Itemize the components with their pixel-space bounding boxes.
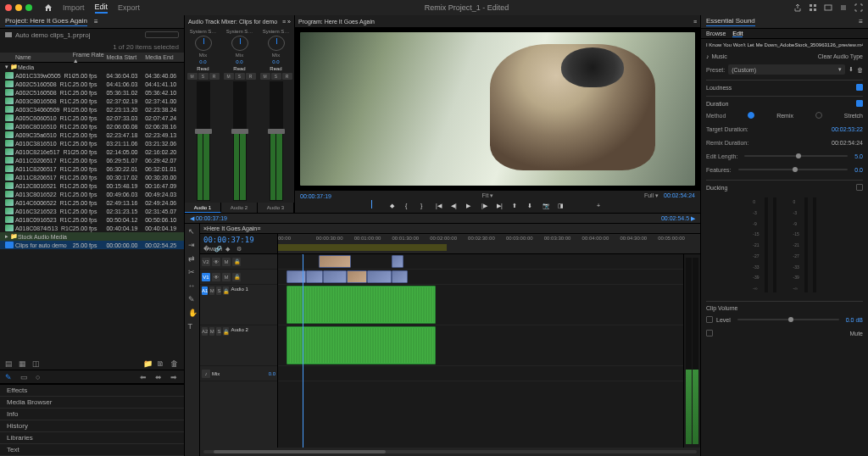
mark-in-icon[interactable]: { xyxy=(405,203,414,211)
track-head-v2[interactable]: V2👁M🔒 xyxy=(200,254,277,270)
stock-folder-row[interactable]: ▸ 📁 Stock Audio Media xyxy=(0,232,184,241)
step-fwd-icon[interactable]: |▶ xyxy=(481,203,490,211)
track-head-v1[interactable]: V1👁M🔒 xyxy=(200,270,277,285)
media-item[interactable]: A010C8216e517_R1C…25.00 fps02:14:05.0002… xyxy=(0,147,184,156)
media-item[interactable]: A003C34060509_R1C…25.00 fps02:23:13.2002… xyxy=(0,105,184,114)
track-lanes[interactable] xyxy=(278,254,683,448)
features-slider[interactable] xyxy=(738,169,849,170)
info-tab[interactable]: Info xyxy=(0,409,184,420)
video-clip[interactable] xyxy=(287,270,307,283)
essential-sound-tab[interactable]: Essential Sound≡ xyxy=(701,15,868,29)
mute-1[interactable]: M xyxy=(187,73,198,80)
loudness-checkbox[interactable] xyxy=(856,84,863,91)
hand-tool-icon[interactable]: ✋ xyxy=(188,309,197,317)
pen-tool-icon[interactable]: ✎ xyxy=(188,295,197,303)
program-viewport[interactable] xyxy=(295,27,700,191)
stretch-radio[interactable] xyxy=(815,112,822,119)
step-back-icon[interactable]: ◀| xyxy=(451,203,459,211)
align-left-icon[interactable]: ⬅ xyxy=(140,373,148,381)
video-clip[interactable] xyxy=(323,270,348,283)
mute-3[interactable]: M xyxy=(260,73,270,80)
clear-audio-type-button[interactable]: Clear Audio Type xyxy=(818,53,863,59)
remix-radio[interactable] xyxy=(748,112,754,119)
media-item[interactable]: A013C8016522_R1C…25.00 fps00:49:06.0300:… xyxy=(0,190,184,198)
media-item[interactable]: A003C8016508_R1C…25.00 fps02:37:02.1902:… xyxy=(0,97,184,105)
home-icon[interactable] xyxy=(44,3,53,12)
lane-v1[interactable] xyxy=(278,270,683,285)
media-item[interactable]: A012C8016521_R1C…25.00 fps00:15:48.1900:… xyxy=(0,181,184,190)
col-name[interactable]: Name xyxy=(0,54,73,60)
quick-export-icon[interactable] xyxy=(824,3,832,12)
timeline-zoom-bar[interactable] xyxy=(200,448,700,456)
preset-save-icon[interactable]: ⬇ xyxy=(849,66,854,73)
media-item[interactable]: A010C3816510_R1C…25.00 fps03:21:11.0603:… xyxy=(0,139,184,147)
solo-1[interactable]: S xyxy=(198,73,209,80)
level-slider[interactable] xyxy=(737,319,839,320)
video-clip[interactable] xyxy=(306,270,322,283)
edit-length-slider[interactable] xyxy=(744,155,848,157)
level-checkbox[interactable] xyxy=(706,316,713,323)
project-panel-tab[interactable]: Project: Here It Goes Again ≡ xyxy=(0,15,184,29)
media-browser-tab[interactable]: Media Browser xyxy=(0,397,184,409)
media-item[interactable]: A014C6006522_R1C…25.00 fps02:49:13.1602:… xyxy=(0,198,184,207)
export-frame-icon[interactable]: 📷 xyxy=(542,203,551,211)
compare-icon[interactable]: ◨ xyxy=(558,203,566,211)
pan-knob-2[interactable] xyxy=(231,36,248,51)
mute-2[interactable]: M xyxy=(224,73,234,80)
track-head-a1[interactable]: A1MS🔒Audio 1 xyxy=(200,285,277,325)
mixer-tab-a2[interactable]: Audio 2 xyxy=(221,203,258,213)
media-item[interactable]: A016C3216523_R1C…25.00 fps02:31:23.1502:… xyxy=(0,207,184,215)
media-item[interactable]: A011C8206517_R1C…25.00 fps06:30:22.0106:… xyxy=(0,164,184,173)
goto-out-icon[interactable]: ▶| xyxy=(497,203,505,211)
video-clip[interactable] xyxy=(347,270,367,283)
media-item[interactable]: A002C5160508_R1C…25.00 fps04:41:06.0304:… xyxy=(0,80,184,88)
search-input[interactable] xyxy=(145,31,179,38)
mixer-tab[interactable]: Audio Track Mixer: Clips for demo≡ » xyxy=(185,15,294,27)
media-item[interactable]: A006C8016510_R1C…25.00 fps02:06:00.0802:… xyxy=(0,122,184,131)
new-bin-icon[interactable]: 📁 xyxy=(143,359,152,368)
button-editor-icon[interactable]: + xyxy=(597,203,605,211)
folder-row[interactable]: ▾ 📁 Media xyxy=(0,63,184,71)
pan-knob-3[interactable] xyxy=(268,36,285,51)
mixer-tab-a3[interactable]: Audio 3 xyxy=(258,203,294,213)
extract-icon[interactable]: ⬇ xyxy=(527,203,536,211)
track-select-tool-icon[interactable]: ⇥ xyxy=(188,241,197,249)
rec-3[interactable]: R xyxy=(282,73,292,80)
program-tab[interactable]: Program: Here It Goes Again≡ xyxy=(295,15,700,27)
align-center-icon[interactable]: ⬌ xyxy=(155,373,164,381)
track-head-a2[interactable]: A2MS🔒Audio 2 xyxy=(200,325,277,366)
libraries-tab[interactable]: Libraries xyxy=(0,432,184,444)
media-item[interactable]: A011C8206517_R1C…25.00 fps00:30:17.0200:… xyxy=(0,173,184,181)
es-edit-tab[interactable]: Edit xyxy=(732,31,743,37)
target-duration-value[interactable]: 00:02:53:22 xyxy=(832,126,863,132)
history-tab[interactable]: History xyxy=(0,420,184,432)
media-item[interactable]: A011C0206517_R1C…25.00 fps06:29:51.0706:… xyxy=(0,156,184,164)
mixer-tab-a1[interactable]: Audio 1 xyxy=(185,203,221,213)
add-marker-icon[interactable]: ◆ xyxy=(390,203,398,211)
col-framerate[interactable]: Frame Rate ▲ xyxy=(73,53,107,64)
mute-checkbox[interactable] xyxy=(706,330,713,336)
align-right-icon[interactable]: ➡ xyxy=(170,373,179,381)
close-window-button[interactable] xyxy=(5,4,12,11)
rec-1[interactable]: R xyxy=(209,73,220,80)
track-head-mix[interactable]: ♪Mix0.0 xyxy=(200,366,277,381)
media-item[interactable]: A005C6060510_R1C…25.00 fps02:07:33.0302:… xyxy=(0,114,184,122)
settings-icon[interactable]: ⚙ xyxy=(236,246,245,254)
type-tool-icon[interactable]: T xyxy=(188,322,197,331)
video-clip[interactable] xyxy=(367,270,392,283)
es-browse-tab[interactable]: Browse xyxy=(706,31,726,36)
goto-in-icon[interactable]: |◀ xyxy=(436,203,444,211)
pen-tool-icon[interactable]: ✎ xyxy=(5,373,14,381)
list-view-icon[interactable]: ▤ xyxy=(5,359,14,368)
media-list-header[interactable]: Name Frame Rate ▲ Media Start Media End xyxy=(0,53,184,63)
program-tc-left[interactable]: 00:00:37:19 xyxy=(300,193,331,199)
settings-icon[interactable] xyxy=(839,3,848,12)
ducking-checkbox[interactable] xyxy=(856,184,863,191)
delete-icon[interactable]: 🗑 xyxy=(170,359,179,368)
media-item[interactable]: A001C339w0505_R1C…25.00 fps04:36:04.0304… xyxy=(0,71,184,80)
video-clip[interactable] xyxy=(392,255,403,268)
mark-out-icon[interactable]: } xyxy=(420,203,429,211)
fit-dropdown[interactable]: Fit ▾ xyxy=(482,192,494,199)
timeline-timecode[interactable]: 00:00:37:19 xyxy=(203,236,274,244)
maximize-window-button[interactable] xyxy=(25,4,32,11)
